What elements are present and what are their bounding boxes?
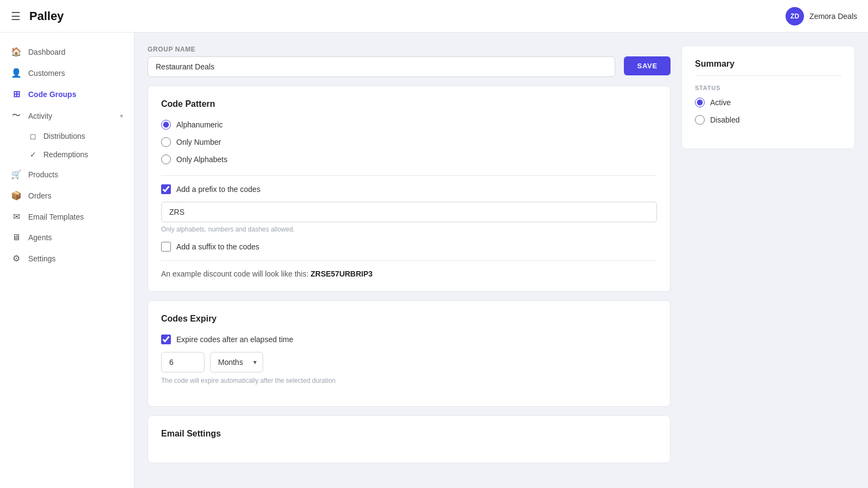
sidebar-item-label: Settings xyxy=(28,254,56,263)
right-column: Summary STATUS Active Disabled xyxy=(681,46,855,475)
save-button[interactable]: SAVE xyxy=(624,56,671,75)
agents-icon: 🖥 xyxy=(11,233,22,242)
sidebar-item-dashboard[interactable]: 🏠 Dashboard xyxy=(0,41,134,62)
expiry-hint: The code will expire automatically after… xyxy=(161,377,657,384)
code-pattern-title: Code Pattern xyxy=(161,99,657,109)
sidebar-item-label: Email Templates xyxy=(28,213,84,221)
radio-alphanumeric[interactable]: Alphanumeric xyxy=(161,120,657,130)
sidebar-item-redemptions[interactable]: ✓ Redemptions xyxy=(28,145,134,164)
expiry-checkbox-row[interactable]: Expire codes after an elapsed time xyxy=(161,335,657,344)
navbar: ☰ Palley ZD Zemora Deals xyxy=(0,0,868,33)
distributions-icon: ◻ xyxy=(28,132,38,140)
summary-card: Summary STATUS Active Disabled xyxy=(681,46,855,149)
group-name-section: Group Name SAVE xyxy=(148,46,671,77)
duration-row: Days Weeks Months Years xyxy=(161,352,657,373)
prefix-input[interactable] xyxy=(161,202,657,222)
status-radio-disabled[interactable] xyxy=(695,115,705,125)
sidebar-item-label: Products xyxy=(28,170,58,179)
content-column: Group Name SAVE Code Pattern Alphanumeri… xyxy=(148,46,671,475)
example-text: An example discount code will look like … xyxy=(161,269,657,278)
codes-expiry-card: Codes Expiry Expire codes after an elaps… xyxy=(148,300,671,407)
status-active-label: Active xyxy=(710,98,731,107)
status-active[interactable]: Active xyxy=(695,98,841,107)
layout: 🏠 Dashboard 👤 Customers ⊞ Code Groups 〜 … xyxy=(0,33,868,488)
user-icon: 👤 xyxy=(11,68,22,78)
group-name-row: SAVE xyxy=(148,56,671,77)
orders-icon: 📦 xyxy=(11,190,22,201)
prefix-hint: Only alphabets, numbers and dashes allow… xyxy=(161,226,657,233)
sidebar-item-label: Customers xyxy=(28,69,65,78)
sidebar-item-settings[interactable]: ⚙ Settings xyxy=(0,248,134,269)
avatar: ZD xyxy=(786,7,804,25)
home-icon: 🏠 xyxy=(11,47,22,57)
username: Zemora Deals xyxy=(809,12,857,21)
sidebar-sub-group: ◻ Distributions ✓ Redemptions xyxy=(0,127,134,164)
prefix-checkbox-label: Add a prefix to the codes xyxy=(176,185,260,194)
divider xyxy=(161,175,657,176)
code-pattern-radio-group: Alphanumeric Only Number Only Alphabets xyxy=(161,120,657,164)
duration-unit-select[interactable]: Days Weeks Months Years xyxy=(210,352,263,373)
suffix-checkbox-row[interactable]: Add a suffix to the codes xyxy=(161,242,657,252)
hamburger-icon[interactable]: ☰ xyxy=(11,10,21,23)
suffix-checkbox-label: Add a suffix to the codes xyxy=(176,242,259,251)
radio-alphanumeric-label: Alphanumeric xyxy=(176,120,223,129)
radio-input-only-alphabets[interactable] xyxy=(161,155,171,164)
sidebar-item-email-templates[interactable]: ✉ Email Templates xyxy=(0,206,134,227)
sidebar-item-label: Activity xyxy=(28,112,52,120)
example-code: ZRSE57URBRIP3 xyxy=(310,269,372,278)
summary-title: Summary xyxy=(695,59,841,69)
sidebar-item-products[interactable]: 🛒 Products xyxy=(0,164,134,185)
status-radio-group: Active Disabled xyxy=(695,98,841,125)
sidebar-item-activity[interactable]: 〜 Activity ▾ xyxy=(0,105,134,127)
status-radio-active[interactable] xyxy=(695,98,705,107)
redemptions-icon: ✓ xyxy=(28,150,38,159)
sidebar-item-label: Dashboard xyxy=(28,48,66,56)
main-content: Group Name SAVE Code Pattern Alphanumeri… xyxy=(135,33,868,488)
duration-number-input[interactable] xyxy=(161,352,205,373)
group-name-label: Group Name xyxy=(148,46,671,53)
group-name-input[interactable] xyxy=(148,56,615,77)
app-logo: Palley xyxy=(29,9,64,23)
radio-input-alphanumeric[interactable] xyxy=(161,120,171,130)
radio-only-number[interactable]: Only Number xyxy=(161,137,657,147)
sidebar-item-orders[interactable]: 📦 Orders xyxy=(0,185,134,206)
chevron-down-icon: ▾ xyxy=(120,112,123,120)
prefix-checkbox[interactable] xyxy=(161,184,171,194)
email-icon: ✉ xyxy=(11,211,22,222)
sidebar-item-label: Agents xyxy=(28,233,52,242)
radio-input-only-number[interactable] xyxy=(161,137,171,147)
suffix-checkbox[interactable] xyxy=(161,242,171,252)
grid-icon: ⊞ xyxy=(11,89,22,99)
prefix-checkbox-row[interactable]: Add a prefix to the codes xyxy=(161,184,657,194)
sidebar-item-customers[interactable]: 👤 Customers xyxy=(0,62,134,84)
expiry-checkbox[interactable] xyxy=(161,335,171,344)
status-label: STATUS xyxy=(695,85,841,91)
sidebar-item-label: Code Groups xyxy=(28,90,76,99)
activity-icon: 〜 xyxy=(11,110,22,121)
radio-only-alphabets[interactable]: Only Alphabets xyxy=(161,155,657,164)
sidebar-item-label: Distributions xyxy=(43,132,85,140)
divider-2 xyxy=(161,260,657,261)
summary-divider xyxy=(695,75,841,76)
settings-icon: ⚙ xyxy=(11,253,22,264)
sidebar-item-agents[interactable]: 🖥 Agents xyxy=(0,227,134,248)
user-menu: ZD Zemora Deals xyxy=(786,7,857,25)
code-pattern-card: Code Pattern Alphanumeric Only Number On… xyxy=(148,86,671,292)
radio-only-alphabets-label: Only Alphabets xyxy=(176,155,227,164)
duration-select-wrap: Days Weeks Months Years xyxy=(210,352,263,373)
sidebar-item-label: Orders xyxy=(28,191,52,200)
sidebar-item-distributions[interactable]: ◻ Distributions xyxy=(28,127,134,145)
sidebar: 🏠 Dashboard 👤 Customers ⊞ Code Groups 〜 … xyxy=(0,33,135,488)
email-settings-card: Email Settings xyxy=(148,415,671,463)
products-icon: 🛒 xyxy=(11,169,22,179)
status-disabled-label: Disabled xyxy=(710,115,739,124)
group-name-input-wrap xyxy=(148,56,615,77)
email-settings-title: Email Settings xyxy=(161,429,657,439)
sidebar-item-code-groups[interactable]: ⊞ Code Groups xyxy=(0,84,134,105)
status-disabled[interactable]: Disabled xyxy=(695,115,841,125)
expiry-checkbox-label: Expire codes after an elapsed time xyxy=(176,335,293,344)
radio-only-number-label: Only Number xyxy=(176,138,221,146)
sidebar-item-label: Redemptions xyxy=(43,150,88,159)
codes-expiry-title: Codes Expiry xyxy=(161,314,657,324)
